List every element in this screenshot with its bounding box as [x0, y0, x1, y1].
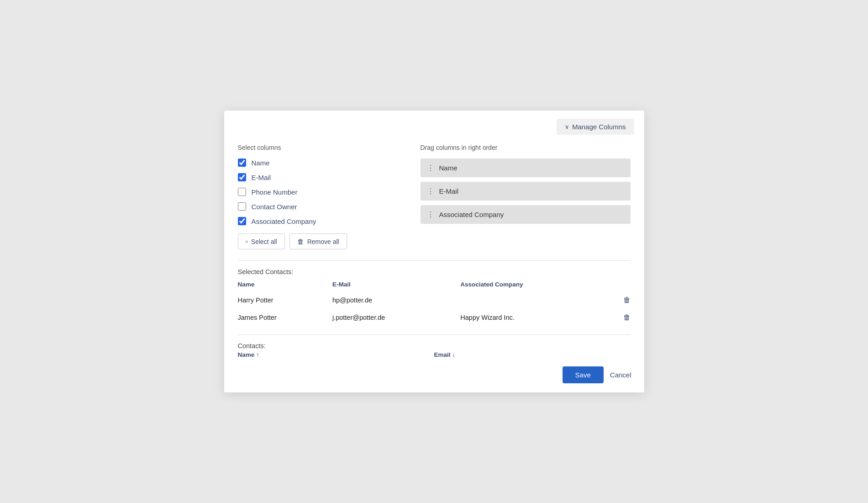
- checkbox-company: Associated Company: [238, 217, 393, 225]
- contacts-bottom-header-row: Name ↑ Email ↓: [238, 351, 631, 358]
- divider-bottom: [238, 334, 631, 335]
- contact-email: j.potter@potter.de: [332, 309, 460, 326]
- bottom-col-name: Name ↑: [238, 351, 434, 358]
- checkbox-phone-label[interactable]: Phone Number: [252, 188, 298, 196]
- select-all-button[interactable]: ▫ Select all: [238, 233, 285, 249]
- modal: ∨ Manage Columns Select columns Name E-M…: [224, 111, 644, 392]
- select-columns-title: Select columns: [238, 144, 393, 151]
- two-col-layout: Select columns Name E-Mail Phone Number: [238, 144, 631, 249]
- checkbox-name: Name: [238, 159, 393, 167]
- manage-columns-button[interactable]: ∨ Manage Columns: [557, 119, 634, 135]
- drag-item-company[interactable]: ⋮ Associated Company: [421, 205, 631, 224]
- checkbox-email-input[interactable]: [238, 173, 246, 181]
- checkbox-owner-input[interactable]: [238, 202, 246, 211]
- drag-item-email-label: E-Mail: [439, 187, 459, 195]
- contact-email: hp@potter.de: [332, 291, 460, 309]
- cancel-button[interactable]: Cancel: [610, 371, 631, 379]
- chevron-icon: ∨: [565, 123, 569, 130]
- contact-name: James Potter: [238, 309, 332, 326]
- selected-contacts-table: Name E-Mail Associated Company Harry Pot…: [238, 279, 631, 326]
- save-button[interactable]: Save: [563, 366, 604, 383]
- drag-columns-panel: Drag columns in right order ⋮ Name ⋮ E-M…: [421, 144, 631, 249]
- modal-footer: Save Cancel: [224, 358, 644, 392]
- contacts-bottom-label: Contacts:: [238, 342, 631, 349]
- page-wrapper: ∨ Manage Columns Select columns Name E-M…: [0, 0, 868, 503]
- selected-contacts-header-row: Name E-Mail Associated Company: [238, 279, 631, 291]
- delete-contact-icon[interactable]: 🗑: [623, 313, 631, 321]
- table-row: Harry Potter hp@potter.de 🗑: [238, 291, 631, 309]
- col-header-actions: [613, 279, 631, 291]
- col-header-company: Associated Company: [460, 279, 612, 291]
- contact-company: [460, 291, 612, 309]
- checkbox-owner-label[interactable]: Contact Owner: [252, 203, 297, 211]
- selected-contacts-section: Selected Contacts: Name E-Mail Associate…: [238, 268, 631, 326]
- selected-contacts-label: Selected Contacts:: [238, 268, 631, 275]
- drag-columns-title: Drag columns in right order: [421, 144, 631, 151]
- col-header-name: Name: [238, 279, 332, 291]
- delete-contact-icon[interactable]: 🗑: [623, 296, 631, 304]
- remove-all-icon: 🗑: [297, 238, 304, 245]
- modal-top-bar: ∨ Manage Columns: [224, 111, 644, 139]
- drag-handle-icon: ⋮: [427, 164, 435, 172]
- remove-all-button[interactable]: 🗑 Remove all: [289, 233, 347, 249]
- checkbox-email-label[interactable]: E-Mail: [252, 174, 271, 181]
- checkbox-phone-input[interactable]: [238, 188, 246, 196]
- select-all-icon: ▫: [246, 238, 248, 245]
- checkbox-company-input[interactable]: [238, 217, 246, 225]
- drag-item-name[interactable]: ⋮ Name: [421, 159, 631, 177]
- select-all-label: Select all: [251, 238, 277, 245]
- bottom-col-email: Email ↓: [434, 351, 631, 358]
- col-header-email: E-Mail: [332, 279, 460, 291]
- drag-item-company-label: Associated Company: [439, 211, 504, 218]
- contact-company: Happy Wizard Inc.: [460, 309, 612, 326]
- drag-item-email[interactable]: ⋮ E-Mail: [421, 182, 631, 201]
- checkbox-owner: Contact Owner: [238, 202, 393, 211]
- manage-columns-label: Manage Columns: [572, 123, 626, 131]
- modal-body: Select columns Name E-Mail Phone Number: [224, 139, 644, 358]
- action-buttons: ▫ Select all 🗑 Remove all: [238, 233, 393, 249]
- checkbox-name-label[interactable]: Name: [252, 159, 270, 167]
- checkbox-company-label[interactable]: Associated Company: [252, 217, 316, 225]
- table-row: James Potter j.potter@potter.de Happy Wi…: [238, 309, 631, 326]
- divider-top: [238, 260, 631, 261]
- drag-item-name-label: Name: [439, 164, 458, 172]
- drag-handle-icon: ⋮: [427, 187, 435, 196]
- checkbox-phone: Phone Number: [238, 188, 393, 196]
- contacts-bottom-section: Contacts: Name ↑ Email ↓: [238, 342, 631, 358]
- checkbox-email: E-Mail: [238, 173, 393, 181]
- contact-name: Harry Potter: [238, 291, 332, 309]
- select-columns-panel: Select columns Name E-Mail Phone Number: [238, 144, 393, 249]
- checkbox-name-input[interactable]: [238, 159, 246, 167]
- drag-handle-icon: ⋮: [427, 210, 435, 219]
- remove-all-label: Remove all: [307, 238, 339, 245]
